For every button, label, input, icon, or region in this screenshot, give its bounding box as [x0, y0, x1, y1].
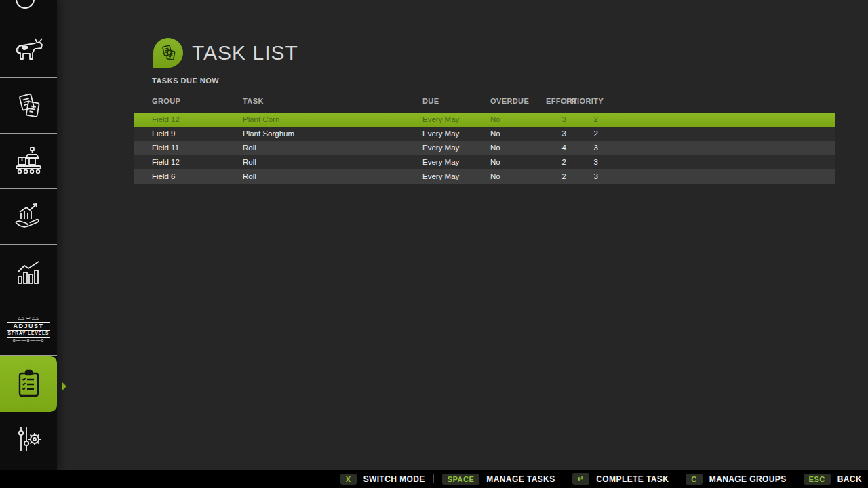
- key-badge: SPACE: [442, 474, 480, 485]
- task-table: GROUP TASK DUE OVERDUE EFFORT PRIORITY F…: [134, 97, 835, 184]
- cell-priority: 3: [566, 155, 598, 169]
- cell-task: Roll: [243, 169, 422, 184]
- cell-due: Every May: [422, 169, 490, 184]
- documents-glyph: [158, 43, 178, 63]
- cell-overdue: No: [490, 113, 546, 127]
- sidebar-item-animals[interactable]: [0, 22, 57, 78]
- keybind-item[interactable]: C MANAGE GROUPS: [686, 474, 786, 485]
- keybind-item[interactable]: ↵ COMPLETE TASK: [572, 473, 669, 485]
- keybind-item[interactable]: X SWITCH MODE: [340, 474, 425, 485]
- cell-task: Plant Corn: [243, 113, 422, 127]
- main-panel: TASK LIST TASKS DUE NOW GROUP TASK DUE O…: [57, 0, 868, 470]
- cell-due: Every May: [422, 155, 490, 169]
- circle-icon: [0, 0, 57, 22]
- cell-task: Roll: [243, 155, 422, 169]
- cell-group: Field 6: [134, 169, 243, 184]
- production-icon: [12, 145, 45, 178]
- cell-overdue: No: [490, 169, 546, 184]
- cell-due: Every May: [422, 127, 490, 141]
- sidebar-item-settings[interactable]: [0, 412, 57, 466]
- cell-due: Every May: [422, 113, 490, 127]
- keybind-item[interactable]: SPACE MANAGE TASKS: [442, 474, 555, 485]
- cell-effort: 2: [546, 169, 566, 184]
- keybind-label: BACK: [837, 474, 862, 484]
- cell-effort: 3: [546, 113, 566, 127]
- sidebar-item-contracts[interactable]: [0, 78, 57, 134]
- sprayer-glyph: ⌓⌣⌓: [7, 312, 50, 322]
- sidebar-item-economy[interactable]: [0, 189, 57, 245]
- cell-effort: 4: [546, 141, 566, 155]
- cell-overdue: No: [490, 127, 546, 141]
- cell-due: Every May: [422, 141, 490, 155]
- table-row[interactable]: Field 12 Plant Corn Every May No 3 2: [134, 113, 835, 127]
- spray-label-2: SPRAY LEVELS: [7, 331, 50, 338]
- section-subtitle: TASKS DUE NOW: [152, 77, 219, 85]
- key-badge: ↵: [572, 473, 590, 485]
- cell-priority: 2: [566, 113, 598, 127]
- spray-levels-icon: ⌓⌣⌓ ADJUST SPRAY LEVELS o——o——o: [7, 312, 50, 342]
- table-row[interactable]: Field 12 Roll Every May No 2 3: [134, 155, 835, 169]
- table-row[interactable]: Field 11 Roll Every May No 4 3: [134, 141, 835, 155]
- documents-icon: [12, 89, 45, 122]
- sliders-gear-icon: [12, 423, 45, 455]
- cell-overdue: No: [490, 141, 546, 155]
- cell-task: Roll: [243, 141, 422, 155]
- keybind-bar: X SWITCH MODE SPACE MANAGE TASKS ↵ COMPL…: [0, 470, 868, 488]
- keybind-separator: [795, 474, 795, 483]
- cell-overdue: No: [490, 155, 546, 169]
- task-table-body: Field 12 Plant Corn Every May No 3 2 Fie…: [134, 113, 835, 184]
- header-effort: EFFORT: [546, 97, 566, 113]
- keybind-label: COMPLETE TASK: [596, 474, 669, 484]
- cell-priority: 2: [566, 127, 598, 141]
- clipboard-icon: [13, 367, 44, 401]
- sidebar-item-adjust-spray-levels[interactable]: ⌓⌣⌓ ADJUST SPRAY LEVELS o——o——o: [0, 300, 57, 356]
- cow-icon: [12, 36, 45, 64]
- key-badge: ESC: [804, 474, 831, 485]
- keybind-separator: [677, 474, 677, 483]
- cell-task: Plant Sorghum: [243, 127, 422, 141]
- cell-effort: 3: [546, 127, 566, 141]
- sidebar-item-statistics[interactable]: [0, 245, 57, 300]
- spray-slider-glyph: o——o——o: [7, 338, 50, 342]
- cell-effort: 2: [546, 155, 566, 169]
- sidebar-item-finances[interactable]: [0, 0, 57, 22]
- cell-priority: 3: [566, 141, 598, 155]
- bar-chart-icon: [12, 256, 45, 289]
- cell-priority: 3: [566, 169, 598, 184]
- header-overdue: OVERDUE: [490, 97, 546, 113]
- header-task: TASK: [243, 97, 422, 113]
- task-list-icon: [153, 38, 183, 68]
- keybind-label: SWITCH MODE: [363, 474, 425, 484]
- keybind-label: MANAGE TASKS: [486, 474, 555, 484]
- cell-group: Field 11: [134, 141, 243, 155]
- sidebar: ⌓⌣⌓ ADJUST SPRAY LEVELS o——o——o: [0, 0, 57, 470]
- table-header-row: GROUP TASK DUE OVERDUE EFFORT PRIORITY: [134, 97, 835, 113]
- key-badge: X: [340, 474, 357, 485]
- sidebar-item-task-list[interactable]: [0, 356, 57, 412]
- page-title: TASK LIST: [192, 41, 298, 64]
- spray-label-1: ADJUST: [7, 322, 50, 331]
- selection-pointer: [62, 382, 66, 391]
- cell-group: Field 12: [134, 113, 243, 127]
- keybind-separator: [564, 474, 564, 483]
- table-row[interactable]: Field 6 Roll Every May No 2 3: [134, 169, 835, 184]
- cell-group: Field 9: [134, 127, 243, 141]
- header-priority: PRIORITY: [566, 97, 598, 113]
- header-due: DUE: [422, 97, 490, 113]
- sidebar-item-production[interactable]: [0, 134, 57, 189]
- title-row: TASK LIST: [153, 38, 298, 68]
- keybind-item[interactable]: ESC BACK: [804, 474, 862, 485]
- keybind-separator: [433, 474, 434, 483]
- header-group: GROUP: [134, 97, 243, 113]
- key-badge: C: [686, 474, 702, 485]
- hand-chart-icon: [12, 201, 45, 233]
- keybind-label: MANAGE GROUPS: [709, 474, 787, 484]
- cell-group: Field 12: [134, 155, 243, 169]
- table-row[interactable]: Field 9 Plant Sorghum Every May No 3 2: [134, 127, 835, 141]
